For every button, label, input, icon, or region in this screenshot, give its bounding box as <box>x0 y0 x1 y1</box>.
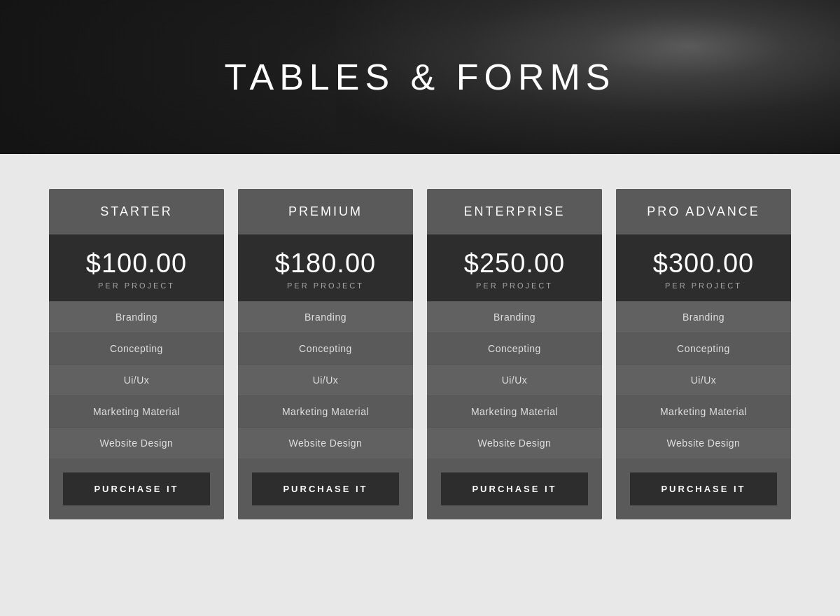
purchase-button-pro-advance[interactable]: PURCHASE IT <box>630 472 777 505</box>
card-title-pro-advance: PRO ADVANCE <box>647 204 760 218</box>
purchase-button-enterprise[interactable]: PURCHASE IT <box>441 472 588 505</box>
card-title-premium: PREMIUM <box>288 204 363 218</box>
pricing-card-enterprise: ENTERPRISE$250.00PER PROJECTBrandingConc… <box>427 189 602 519</box>
pricing-card-pro-advance: PRO ADVANCE$300.00PER PROJECTBrandingCon… <box>616 189 791 519</box>
card-title-starter: STARTER <box>100 204 172 218</box>
list-item: Website Design <box>616 427 791 458</box>
card-footer-enterprise: PURCHASE IT <box>427 458 602 519</box>
card-title-enterprise: ENTERPRISE <box>463 204 565 218</box>
hero-section: TABLES & FORMS <box>0 0 840 154</box>
card-footer-pro-advance: PURCHASE IT <box>616 458 791 519</box>
card-price-block-premium: $180.00PER PROJECT <box>238 234 413 301</box>
list-item: Website Design <box>49 427 224 458</box>
card-period-pro-advance: PER PROJECT <box>623 281 784 290</box>
list-item: Ui/Ux <box>616 364 791 396</box>
list-item: Concepting <box>616 332 791 364</box>
list-item: Concepting <box>427 332 602 364</box>
purchase-button-premium[interactable]: PURCHASE IT <box>252 472 399 505</box>
list-item: Ui/Ux <box>427 364 602 396</box>
pricing-section: STARTER$100.00PER PROJECTBrandingConcept… <box>0 154 840 561</box>
card-header-pro-advance: PRO ADVANCE <box>616 189 791 234</box>
card-features-enterprise: BrandingConceptingUi/UxMarketing Materia… <box>427 301 602 458</box>
list-item: Marketing Material <box>427 396 602 427</box>
card-features-premium: BrandingConceptingUi/UxMarketing Materia… <box>238 301 413 458</box>
card-price-block-enterprise: $250.00PER PROJECT <box>427 234 602 301</box>
list-item: Concepting <box>238 332 413 364</box>
card-footer-premium: PURCHASE IT <box>238 458 413 519</box>
card-price-block-starter: $100.00PER PROJECT <box>49 234 224 301</box>
card-period-enterprise: PER PROJECT <box>434 281 595 290</box>
list-item: Website Design <box>427 427 602 458</box>
hero-title: TABLES & FORMS <box>225 56 616 98</box>
list-item: Website Design <box>238 427 413 458</box>
pricing-card-starter: STARTER$100.00PER PROJECTBrandingConcept… <box>49 189 224 519</box>
list-item: Marketing Material <box>616 396 791 427</box>
card-price-pro-advance: $300.00 <box>623 248 784 279</box>
card-period-premium: PER PROJECT <box>245 281 406 290</box>
card-price-block-pro-advance: $300.00PER PROJECT <box>616 234 791 301</box>
list-item: Ui/Ux <box>49 364 224 396</box>
list-item: Branding <box>49 301 224 332</box>
card-price-premium: $180.00 <box>245 248 406 279</box>
list-item: Branding <box>427 301 602 332</box>
card-features-pro-advance: BrandingConceptingUi/UxMarketing Materia… <box>616 301 791 458</box>
list-item: Ui/Ux <box>238 364 413 396</box>
list-item: Marketing Material <box>49 396 224 427</box>
card-header-enterprise: ENTERPRISE <box>427 189 602 234</box>
purchase-button-starter[interactable]: PURCHASE IT <box>63 472 210 505</box>
card-period-starter: PER PROJECT <box>56 281 217 290</box>
card-price-enterprise: $250.00 <box>434 248 595 279</box>
list-item: Branding <box>616 301 791 332</box>
card-header-starter: STARTER <box>49 189 224 234</box>
list-item: Concepting <box>49 332 224 364</box>
card-header-premium: PREMIUM <box>238 189 413 234</box>
card-footer-starter: PURCHASE IT <box>49 458 224 519</box>
list-item: Marketing Material <box>238 396 413 427</box>
card-price-starter: $100.00 <box>56 248 217 279</box>
pricing-card-premium: PREMIUM$180.00PER PROJECTBrandingConcept… <box>238 189 413 519</box>
list-item: Branding <box>238 301 413 332</box>
card-features-starter: BrandingConceptingUi/UxMarketing Materia… <box>49 301 224 458</box>
